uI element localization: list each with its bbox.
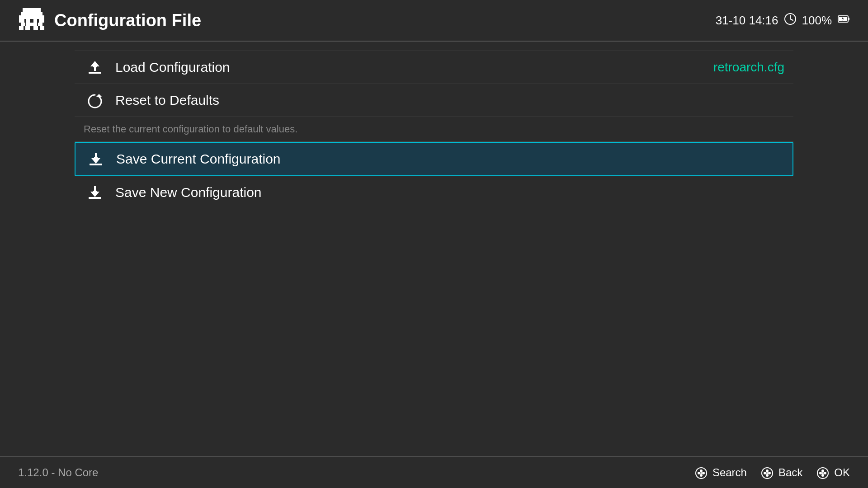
search-ctrl-icon <box>694 465 708 480</box>
svg-rect-10 <box>38 23 42 26</box>
svg-rect-15 <box>40 26 44 30</box>
header-left: Configuration File <box>18 6 201 35</box>
footer-control-ok[interactable]: OK <box>816 465 850 480</box>
svg-point-41 <box>766 469 769 472</box>
svg-marker-31 <box>90 191 99 197</box>
svg-rect-20 <box>848 18 849 20</box>
header-right: 31-10 14:16 100% <box>716 13 850 28</box>
menu-item-save-current-configuration[interactable]: Save Current Configuration <box>75 142 793 176</box>
svg-rect-11 <box>26 23 37 26</box>
svg-point-48 <box>821 474 824 477</box>
svg-point-40 <box>768 472 771 474</box>
svg-marker-28 <box>91 157 100 164</box>
svg-rect-0 <box>23 8 26 12</box>
svg-rect-4 <box>19 15 44 19</box>
retroarch-logo-icon <box>18 6 45 35</box>
load-configuration-value: retroarch.cfg <box>713 60 784 75</box>
save-current-configuration-label: Save Current Configuration <box>116 151 281 167</box>
svg-rect-9 <box>21 23 25 26</box>
svg-rect-2 <box>26 8 37 12</box>
description-text: Reset the current configuration to defau… <box>75 117 793 142</box>
svg-rect-29 <box>89 197 101 199</box>
svg-rect-7 <box>26 19 30 23</box>
svg-point-47 <box>821 469 824 472</box>
svg-point-43 <box>766 472 768 474</box>
svg-rect-5 <box>19 19 24 23</box>
svg-point-36 <box>700 474 703 477</box>
svg-rect-1 <box>37 8 41 12</box>
upload-icon <box>84 59 106 75</box>
footer-controls: Search Back <box>694 465 850 480</box>
svg-point-33 <box>698 472 700 474</box>
datetime-display: 31-10 14:16 <box>716 14 778 28</box>
svg-rect-22 <box>89 72 101 74</box>
footer: 1.12.0 - No Core Search <box>0 456 868 488</box>
save-new-configuration-label: Save New Configuration <box>115 185 262 200</box>
svg-point-42 <box>766 474 769 477</box>
clock-icon <box>784 13 797 28</box>
download-new-icon <box>84 184 106 201</box>
svg-point-45 <box>819 472 822 474</box>
back-label: Back <box>778 466 802 479</box>
svg-point-34 <box>702 472 705 474</box>
svg-line-18 <box>790 19 793 20</box>
footer-control-search[interactable]: Search <box>694 465 747 480</box>
svg-marker-24 <box>90 61 99 67</box>
menu-item-save-new-configuration[interactable]: Save New Configuration <box>75 176 793 209</box>
svg-rect-13 <box>25 26 30 30</box>
svg-point-46 <box>824 472 826 474</box>
main-content: Load Configuration retroarch.cfg Reset t… <box>0 42 868 209</box>
svg-rect-12 <box>19 26 24 30</box>
svg-point-37 <box>700 472 702 474</box>
refresh-icon <box>84 92 106 108</box>
menu-item-load-configuration[interactable]: Load Configuration retroarch.cfg <box>75 51 793 84</box>
svg-point-39 <box>764 472 766 474</box>
footer-control-back[interactable]: Back <box>760 465 802 480</box>
battery-percentage: 100% <box>802 14 832 28</box>
back-ctrl-icon <box>760 465 774 480</box>
menu-item-reset-to-defaults[interactable]: Reset to Defaults <box>75 84 793 117</box>
svg-rect-6 <box>39 19 44 23</box>
reset-to-defaults-label: Reset to Defaults <box>115 93 219 108</box>
svg-rect-14 <box>33 26 38 30</box>
svg-point-35 <box>700 469 703 472</box>
svg-marker-25 <box>96 94 102 97</box>
ok-label: OK <box>834 466 850 479</box>
load-configuration-label: Load Configuration <box>115 60 230 75</box>
search-label: Search <box>712 466 747 479</box>
version-label: 1.12.0 - No Core <box>18 466 98 479</box>
svg-rect-26 <box>90 164 102 165</box>
battery-icon <box>837 13 850 28</box>
svg-rect-8 <box>33 19 37 23</box>
header: Configuration File 31-10 14:16 100% <box>0 0 868 41</box>
svg-point-49 <box>822 472 824 474</box>
ok-ctrl-icon <box>816 465 830 480</box>
svg-rect-3 <box>21 12 42 15</box>
page-title: Configuration File <box>54 11 201 30</box>
download-current-icon <box>85 151 107 167</box>
